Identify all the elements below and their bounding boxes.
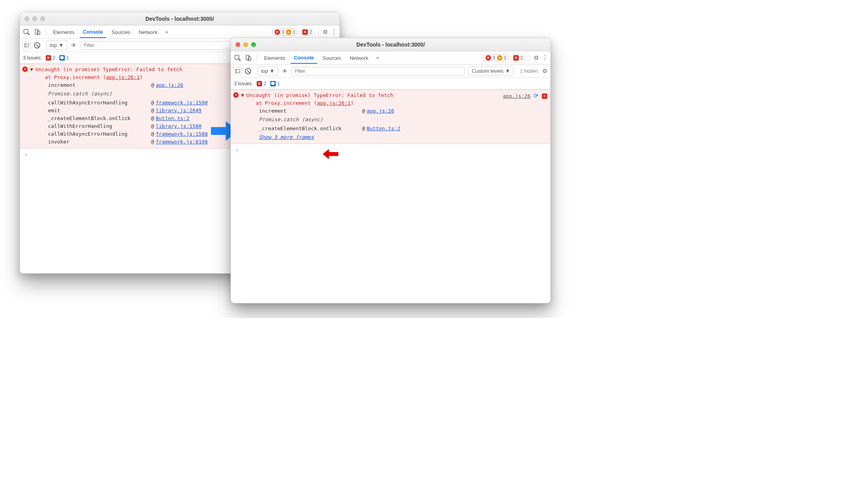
issues-blue-icon bbox=[270, 81, 276, 86]
titlebar[interactable]: DevTools - localhost:3000/ bbox=[20, 12, 339, 25]
tab-sources[interactable]: Sources bbox=[109, 26, 134, 38]
live-expression-icon[interactable] bbox=[70, 42, 77, 49]
console-settings-icon[interactable] bbox=[541, 68, 548, 75]
clear-console-icon[interactable] bbox=[245, 68, 251, 74]
close-icon[interactable] bbox=[25, 16, 29, 21]
inspect-icon[interactable] bbox=[233, 54, 242, 62]
tab-console[interactable]: Console bbox=[80, 26, 106, 38]
tab-network[interactable]: Network bbox=[136, 26, 161, 38]
context-label: top bbox=[261, 68, 268, 74]
live-expression-icon[interactable] bbox=[281, 68, 288, 75]
device-toggle-icon[interactable] bbox=[244, 54, 253, 62]
at-symbol: @ bbox=[151, 99, 154, 107]
close-icon[interactable] bbox=[236, 42, 240, 47]
issues-icon bbox=[302, 29, 308, 35]
svg-rect-1 bbox=[35, 29, 38, 34]
tab-elements[interactable]: Elements bbox=[50, 26, 77, 38]
device-toggle-icon[interactable] bbox=[33, 28, 42, 36]
issues-bar[interactable]: 3 Issues: 2 1 bbox=[231, 78, 550, 90]
warning-count: 1 bbox=[293, 29, 296, 35]
error-count: 3 bbox=[282, 29, 284, 35]
traffic-lights[interactable] bbox=[25, 16, 45, 21]
chevron-down-icon: ▼ bbox=[505, 68, 510, 74]
context-selector[interactable]: top ▼ bbox=[46, 41, 67, 50]
tab-elements[interactable]: Elements bbox=[261, 52, 288, 63]
toggle-sidebar-icon[interactable] bbox=[22, 41, 31, 49]
svg-rect-3 bbox=[25, 43, 29, 47]
issues-blue-count: 1 bbox=[66, 55, 69, 61]
warning-icon bbox=[497, 55, 502, 61]
stack-link[interactable]: framework.js:1588 bbox=[156, 130, 208, 138]
svg-rect-5 bbox=[246, 55, 249, 60]
error-at-link[interactable]: app.js:26:1 bbox=[106, 74, 139, 80]
console-error[interactable]: app.js:26 ⟳ ▼ Uncaught (in promise) Type… bbox=[231, 90, 550, 144]
stack-link[interactable]: library.js:1580 bbox=[156, 122, 202, 130]
error-chip[interactable]: 3 1 bbox=[483, 54, 509, 61]
issues-chip[interactable]: 2 bbox=[300, 29, 315, 36]
stack-link[interactable]: app.js:26 bbox=[156, 81, 183, 89]
levels-label: Custom levels bbox=[472, 68, 504, 74]
titlebar[interactable]: DevTools - localhost:3000/ bbox=[231, 38, 550, 51]
chevron-down-icon: ▼ bbox=[59, 42, 64, 48]
issues-chip[interactable]: 2 bbox=[511, 54, 526, 61]
stack-link[interactable]: framework.js:8198 bbox=[156, 138, 208, 146]
clear-console-icon[interactable] bbox=[34, 42, 40, 48]
context-label: top bbox=[50, 42, 57, 48]
more-tabs-icon[interactable]: » bbox=[163, 27, 170, 36]
tab-network[interactable]: Network bbox=[346, 52, 371, 63]
toggle-sidebar-icon[interactable] bbox=[233, 67, 242, 75]
stack-link[interactable]: library.js:2049 bbox=[156, 107, 202, 115]
devtools-window-after: DevTools - localhost:3000/ Elements Cons… bbox=[230, 38, 551, 303]
svg-rect-7 bbox=[236, 69, 240, 73]
at-symbol: @ bbox=[151, 115, 154, 122]
stack-fn: _createElementBlock.onClick bbox=[48, 115, 150, 122]
issues-count: 2 bbox=[520, 55, 523, 61]
stack-fn: emit bbox=[48, 107, 150, 115]
more-tabs-icon[interactable]: » bbox=[374, 53, 381, 62]
kebab-icon[interactable]: ⋮ bbox=[541, 54, 548, 61]
issues-red-count: 2 bbox=[53, 55, 55, 61]
at-symbol: @ bbox=[151, 130, 154, 138]
stack-fn: _createElementBlock.onClick bbox=[259, 125, 361, 133]
tab-sources[interactable]: Sources bbox=[320, 52, 345, 63]
zoom-icon[interactable] bbox=[251, 42, 256, 47]
log-levels-selector[interactable]: Custom levels ▼ bbox=[468, 66, 514, 75]
window-title: DevTools - localhost:3000/ bbox=[20, 16, 339, 22]
separator bbox=[318, 28, 318, 36]
issues-icon bbox=[513, 55, 519, 61]
context-selector[interactable]: top ▼ bbox=[257, 66, 278, 75]
console-prompt[interactable]: › bbox=[231, 144, 550, 156]
at-symbol: @ bbox=[151, 81, 154, 89]
console-filter-bar: top ▼ Custom levels ▼ 1 hidden bbox=[231, 65, 550, 78]
kebab-icon[interactable]: ⋮ bbox=[330, 29, 337, 36]
stack-link[interactable]: Button.ts:2 bbox=[367, 125, 400, 133]
error-at-link[interactable]: app.js:26:1 bbox=[317, 100, 350, 106]
error-at-close: ) bbox=[139, 74, 143, 80]
hidden-count[interactable]: 1 hidden bbox=[520, 68, 538, 74]
gear-icon[interactable] bbox=[532, 54, 539, 61]
minimize-icon[interactable] bbox=[32, 16, 37, 21]
error-icon bbox=[486, 55, 491, 61]
stack-link[interactable]: app.js:26 bbox=[367, 107, 394, 115]
stack-trace: increment @ app.js:26 Promise.catch (asy… bbox=[259, 107, 548, 141]
inspect-icon[interactable] bbox=[22, 28, 31, 36]
zoom-icon[interactable] bbox=[40, 16, 45, 21]
stack-link[interactable]: framework.js:1590 bbox=[156, 99, 208, 107]
traffic-lights[interactable] bbox=[236, 42, 256, 47]
expand-icon[interactable]: ▼ bbox=[30, 66, 33, 74]
dismiss-icon[interactable] bbox=[542, 93, 547, 99]
tab-console[interactable]: Console bbox=[291, 52, 317, 64]
source-link[interactable]: app.js:26 bbox=[503, 92, 530, 100]
refresh-icon[interactable]: ⟳ bbox=[534, 91, 539, 100]
minimize-icon[interactable] bbox=[243, 42, 248, 47]
at-symbol: @ bbox=[151, 107, 154, 115]
error-chip[interactable]: 3 1 bbox=[272, 29, 298, 36]
stack-fn: increment bbox=[259, 107, 361, 115]
gear-icon[interactable] bbox=[321, 29, 329, 36]
expand-icon[interactable]: ▼ bbox=[241, 91, 244, 99]
show-more-frames[interactable]: Show 5 more frames bbox=[259, 133, 548, 141]
error-icon bbox=[275, 29, 280, 35]
filter-input[interactable] bbox=[291, 67, 465, 75]
stack-link[interactable]: Button.ts:2 bbox=[156, 115, 189, 122]
at-symbol: @ bbox=[151, 138, 154, 146]
